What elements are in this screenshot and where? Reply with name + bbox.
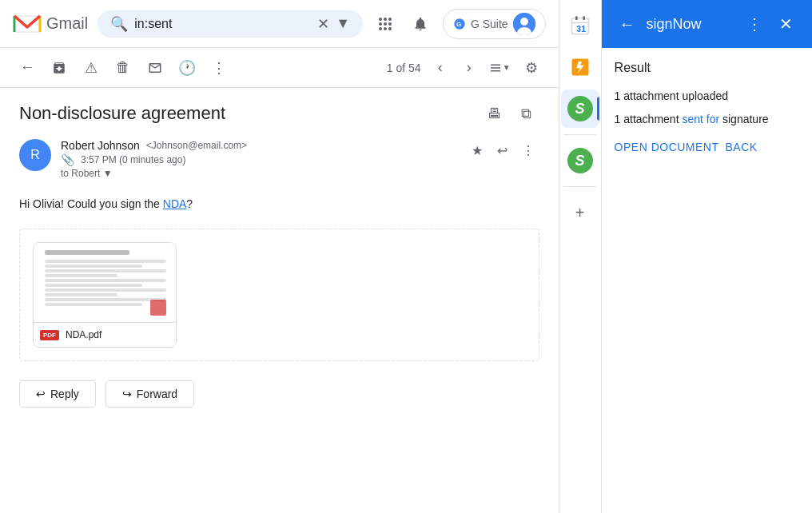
result-line1: 1 attachment uploaded — [615, 88, 799, 105]
snooze-icon[interactable]: 🕐 — [173, 54, 201, 82]
more-options-icon[interactable]: ⋮ — [517, 139, 539, 161]
result-header: Result — [615, 61, 799, 75]
svg-point-2 — [388, 18, 392, 21]
gmail-logo: Gmail — [13, 10, 88, 38]
email-time: 3:57 PM (0 minutes ago) — [81, 154, 185, 165]
reply-arrow-icon: ↩ — [36, 388, 46, 400]
sidebar-item-calendar[interactable]: 31 — [561, 6, 599, 45]
svg-point-0 — [379, 18, 382, 21]
signnow-content: Result 1 attachment uploaded 1 attachmen… — [602, 48, 812, 513]
back-link[interactable]: BACK — [726, 141, 758, 153]
gmail-area: Gmail 🔍 ✕ ▼ — [0, 0, 559, 513]
gsuite-button[interactable]: G G Suite — [443, 9, 546, 39]
attachment-footer: PDF NDA.pdf — [34, 323, 176, 347]
signnow-panel: ← signNow ⋮ ✕ Result 1 attachment upload… — [601, 0, 812, 513]
pagination-arrows: ‹ › — [428, 55, 482, 81]
more-icon[interactable]: ⋮ — [205, 54, 233, 82]
signnow-header: ← signNow ⋮ ✕ — [602, 0, 812, 48]
search-input[interactable] — [134, 17, 311, 31]
mark-unread-icon[interactable] — [141, 54, 169, 82]
open-in-new-icon[interactable]: ⧉ — [514, 101, 539, 126]
sidebar-item-tasks[interactable] — [561, 48, 599, 86]
view-toggle-icon[interactable]: ▼ — [485, 54, 514, 82]
reply-button[interactable]: ↩ Reply — [19, 380, 96, 408]
pagination-text: 1 of 54 — [387, 62, 421, 74]
sender-time-row: 📎 3:57 PM (0 minutes ago) — [61, 153, 456, 166]
header-right: G G Suite — [372, 9, 546, 39]
svg-point-4 — [384, 22, 387, 26]
search-dropdown-icon[interactable]: ▼ — [336, 15, 350, 32]
next-email-arrow[interactable]: › — [456, 55, 482, 81]
result-actions: OPEN DOCUMENT BACK — [615, 141, 799, 153]
star-icon[interactable]: ★ — [466, 139, 488, 161]
email-subject: Non-disclosure agreement — [19, 103, 472, 124]
gmail-logo-text: Gmail — [46, 14, 88, 33]
reply-icon[interactable]: ↩ — [492, 139, 514, 161]
archive-icon[interactable] — [45, 54, 74, 82]
sender-avatar: R — [19, 139, 51, 171]
sender-name: Robert Johnson — [61, 139, 140, 152]
settings-icon[interactable]: ⚙ — [517, 54, 546, 82]
sidebar-item-signnow-alt[interactable]: S — [561, 141, 599, 180]
user-avatar[interactable] — [513, 13, 535, 35]
print-icon[interactable]: 🖶 — [482, 101, 508, 126]
sidebar-divider — [563, 134, 597, 135]
search-bar[interactable]: 🔍 ✕ ▼ — [98, 10, 363, 38]
attachment-name: NDA.pdf — [66, 329, 102, 340]
sender-name-row: Robert Johnson <Johnson@email.com> — [61, 139, 456, 152]
svg-text:31: 31 — [576, 24, 586, 34]
svg-point-6 — [379, 27, 382, 30]
signnow-active-icon: S — [567, 96, 593, 121]
notifications-icon[interactable] — [408, 11, 433, 37]
attachment-indicator-icon: 📎 — [61, 153, 74, 166]
pdf-badge: PDF — [40, 330, 59, 340]
email-meta: R Robert Johnson <Johnson@email.com> 📎 3… — [19, 139, 539, 179]
result-line2: 1 attachment sent for signature — [615, 111, 799, 128]
email-content: Non-disclosure agreement 🖶 ⧉ R Robert Jo… — [0, 88, 559, 513]
svg-point-1 — [384, 18, 387, 21]
reply-forward-row: ↩ Reply ↪ Forward — [19, 380, 539, 408]
clear-search-icon[interactable]: ✕ — [317, 15, 329, 33]
svg-text:G: G — [456, 21, 461, 28]
svg-point-11 — [520, 18, 528, 26]
attachment-card[interactable]: PDF NDA.pdf — [33, 242, 177, 348]
gmail-m-icon — [13, 10, 42, 38]
report-spam-icon[interactable]: ⚠ — [77, 54, 105, 82]
sidebar-divider-2 — [563, 186, 597, 187]
email-body: Hi Olivia! Could you sign the NDA? — [19, 195, 539, 213]
forward-arrow-icon: ↪ — [122, 388, 132, 400]
email-toolbar: ← ⚠ 🗑 🕐 ⋮ 1 of 54 ‹ › ▼ — [0, 48, 559, 88]
subject-icons: 🖶 ⧉ — [482, 101, 539, 126]
sender-email: <Johnson@email.com> — [146, 140, 247, 151]
doc-preview — [42, 247, 169, 319]
to-dropdown-icon[interactable]: ▼ — [103, 168, 113, 179]
signnow-more-button[interactable]: ⋮ — [742, 11, 767, 37]
sidebar-icons: 31 S S + — [559, 0, 601, 513]
nda-link[interactable]: NDA — [163, 197, 187, 210]
attachment-preview — [34, 243, 177, 323]
gsuite-label: G Suite — [471, 18, 508, 30]
svg-point-5 — [388, 22, 392, 26]
gmail-header: Gmail 🔍 ✕ ▼ — [0, 0, 559, 48]
sender-info: Robert Johnson <Johnson@email.com> 📎 3:5… — [61, 139, 456, 179]
to-row: to Robert ▼ — [61, 168, 456, 179]
signnow-title: signNow — [647, 16, 735, 33]
forward-button[interactable]: ↪ Forward — [105, 380, 194, 408]
signnow-back-button[interactable]: ← — [615, 11, 640, 37]
attachment-area: PDF NDA.pdf — [19, 229, 539, 361]
signnow-close-button[interactable]: ✕ — [774, 11, 799, 37]
svg-point-3 — [379, 22, 382, 26]
search-icon[interactable]: 🔍 — [110, 15, 128, 33]
apps-icon[interactable] — [372, 11, 398, 37]
pagination: 1 of 54 ‹ › — [387, 55, 482, 81]
delete-icon[interactable]: 🗑 — [109, 54, 137, 82]
sidebar-item-signnow-active[interactable]: S — [561, 89, 599, 128]
signnow-alt-icon: S — [567, 148, 593, 173]
svg-point-7 — [384, 27, 387, 30]
open-document-link[interactable]: OPEN DOCUMENT — [615, 141, 719, 153]
meta-right-icons: ★ ↩ ⋮ — [466, 139, 539, 161]
email-subject-row: Non-disclosure agreement 🖶 ⧉ — [19, 101, 539, 126]
sidebar-add-button[interactable]: + — [561, 193, 599, 232]
back-icon[interactable]: ← — [13, 54, 42, 82]
prev-email-arrow[interactable]: ‹ — [428, 55, 453, 81]
